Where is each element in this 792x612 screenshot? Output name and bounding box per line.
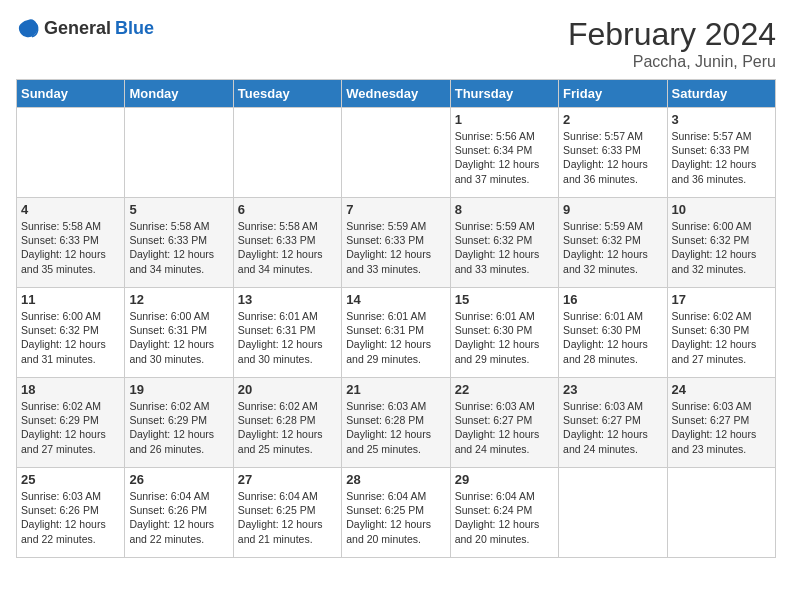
day-number: 4 (21, 202, 120, 217)
calendar-cell: 2Sunrise: 5:57 AM Sunset: 6:33 PM Daylig… (559, 108, 667, 198)
day-info: Sunrise: 6:00 AM Sunset: 6:31 PM Dayligh… (129, 309, 228, 366)
column-header-wednesday: Wednesday (342, 80, 450, 108)
day-number: 28 (346, 472, 445, 487)
calendar-cell: 17Sunrise: 6:02 AM Sunset: 6:30 PM Dayli… (667, 288, 775, 378)
day-number: 10 (672, 202, 771, 217)
calendar-cell: 19Sunrise: 6:02 AM Sunset: 6:29 PM Dayli… (125, 378, 233, 468)
day-info: Sunrise: 6:02 AM Sunset: 6:28 PM Dayligh… (238, 399, 337, 456)
day-info: Sunrise: 6:04 AM Sunset: 6:25 PM Dayligh… (238, 489, 337, 546)
day-info: Sunrise: 6:03 AM Sunset: 6:28 PM Dayligh… (346, 399, 445, 456)
calendar-header-row: SundayMondayTuesdayWednesdayThursdayFrid… (17, 80, 776, 108)
day-number: 14 (346, 292, 445, 307)
calendar-cell: 5Sunrise: 5:58 AM Sunset: 6:33 PM Daylig… (125, 198, 233, 288)
calendar-cell: 22Sunrise: 6:03 AM Sunset: 6:27 PM Dayli… (450, 378, 558, 468)
column-header-saturday: Saturday (667, 80, 775, 108)
day-info: Sunrise: 6:00 AM Sunset: 6:32 PM Dayligh… (672, 219, 771, 276)
column-header-tuesday: Tuesday (233, 80, 341, 108)
logo: General Blue (16, 16, 154, 40)
day-info: Sunrise: 6:03 AM Sunset: 6:27 PM Dayligh… (672, 399, 771, 456)
calendar-cell: 12Sunrise: 6:00 AM Sunset: 6:31 PM Dayli… (125, 288, 233, 378)
day-number: 15 (455, 292, 554, 307)
calendar-cell: 15Sunrise: 6:01 AM Sunset: 6:30 PM Dayli… (450, 288, 558, 378)
day-info: Sunrise: 6:01 AM Sunset: 6:31 PM Dayligh… (238, 309, 337, 366)
day-number: 22 (455, 382, 554, 397)
main-title: February 2024 (568, 16, 776, 53)
day-info: Sunrise: 6:04 AM Sunset: 6:25 PM Dayligh… (346, 489, 445, 546)
calendar-cell: 21Sunrise: 6:03 AM Sunset: 6:28 PM Dayli… (342, 378, 450, 468)
calendar-cell: 14Sunrise: 6:01 AM Sunset: 6:31 PM Dayli… (342, 288, 450, 378)
calendar-cell: 18Sunrise: 6:02 AM Sunset: 6:29 PM Dayli… (17, 378, 125, 468)
calendar-cell: 29Sunrise: 6:04 AM Sunset: 6:24 PM Dayli… (450, 468, 558, 558)
day-number: 19 (129, 382, 228, 397)
day-info: Sunrise: 6:01 AM Sunset: 6:30 PM Dayligh… (563, 309, 662, 366)
calendar-cell: 25Sunrise: 6:03 AM Sunset: 6:26 PM Dayli… (17, 468, 125, 558)
day-info: Sunrise: 5:58 AM Sunset: 6:33 PM Dayligh… (21, 219, 120, 276)
day-number: 12 (129, 292, 228, 307)
day-number: 20 (238, 382, 337, 397)
calendar-cell: 4Sunrise: 5:58 AM Sunset: 6:33 PM Daylig… (17, 198, 125, 288)
header: General Blue February 2024 Paccha, Junin… (16, 16, 776, 71)
calendar-cell: 27Sunrise: 6:04 AM Sunset: 6:25 PM Dayli… (233, 468, 341, 558)
calendar-cell (233, 108, 341, 198)
calendar-cell: 6Sunrise: 5:58 AM Sunset: 6:33 PM Daylig… (233, 198, 341, 288)
day-info: Sunrise: 5:56 AM Sunset: 6:34 PM Dayligh… (455, 129, 554, 186)
calendar-cell (559, 468, 667, 558)
day-info: Sunrise: 6:03 AM Sunset: 6:27 PM Dayligh… (455, 399, 554, 456)
day-number: 23 (563, 382, 662, 397)
sub-title: Paccha, Junin, Peru (568, 53, 776, 71)
day-info: Sunrise: 6:00 AM Sunset: 6:32 PM Dayligh… (21, 309, 120, 366)
day-info: Sunrise: 6:02 AM Sunset: 6:30 PM Dayligh… (672, 309, 771, 366)
day-number: 7 (346, 202, 445, 217)
day-number: 5 (129, 202, 228, 217)
day-info: Sunrise: 6:01 AM Sunset: 6:31 PM Dayligh… (346, 309, 445, 366)
day-info: Sunrise: 6:01 AM Sunset: 6:30 PM Dayligh… (455, 309, 554, 366)
day-number: 29 (455, 472, 554, 487)
calendar-table: SundayMondayTuesdayWednesdayThursdayFrid… (16, 79, 776, 558)
calendar-week-row: 4Sunrise: 5:58 AM Sunset: 6:33 PM Daylig… (17, 198, 776, 288)
column-header-thursday: Thursday (450, 80, 558, 108)
calendar-week-row: 11Sunrise: 6:00 AM Sunset: 6:32 PM Dayli… (17, 288, 776, 378)
day-number: 25 (21, 472, 120, 487)
calendar-cell: 1Sunrise: 5:56 AM Sunset: 6:34 PM Daylig… (450, 108, 558, 198)
day-number: 3 (672, 112, 771, 127)
day-number: 24 (672, 382, 771, 397)
calendar-cell: 24Sunrise: 6:03 AM Sunset: 6:27 PM Dayli… (667, 378, 775, 468)
logo-icon (16, 16, 40, 40)
column-header-friday: Friday (559, 80, 667, 108)
calendar-week-row: 18Sunrise: 6:02 AM Sunset: 6:29 PM Dayli… (17, 378, 776, 468)
day-number: 13 (238, 292, 337, 307)
logo-general-text: General (44, 18, 111, 39)
calendar-cell (125, 108, 233, 198)
day-number: 18 (21, 382, 120, 397)
calendar-cell: 3Sunrise: 5:57 AM Sunset: 6:33 PM Daylig… (667, 108, 775, 198)
calendar-cell (667, 468, 775, 558)
calendar-cell (342, 108, 450, 198)
column-header-sunday: Sunday (17, 80, 125, 108)
day-number: 16 (563, 292, 662, 307)
day-number: 8 (455, 202, 554, 217)
calendar-cell: 23Sunrise: 6:03 AM Sunset: 6:27 PM Dayli… (559, 378, 667, 468)
day-info: Sunrise: 6:03 AM Sunset: 6:26 PM Dayligh… (21, 489, 120, 546)
calendar-cell: 20Sunrise: 6:02 AM Sunset: 6:28 PM Dayli… (233, 378, 341, 468)
day-number: 26 (129, 472, 228, 487)
day-number: 9 (563, 202, 662, 217)
calendar-cell: 28Sunrise: 6:04 AM Sunset: 6:25 PM Dayli… (342, 468, 450, 558)
calendar-cell: 16Sunrise: 6:01 AM Sunset: 6:30 PM Dayli… (559, 288, 667, 378)
calendar-week-row: 1Sunrise: 5:56 AM Sunset: 6:34 PM Daylig… (17, 108, 776, 198)
logo-blue-text: Blue (115, 18, 154, 39)
calendar-cell: 26Sunrise: 6:04 AM Sunset: 6:26 PM Dayli… (125, 468, 233, 558)
day-number: 2 (563, 112, 662, 127)
calendar-week-row: 25Sunrise: 6:03 AM Sunset: 6:26 PM Dayli… (17, 468, 776, 558)
day-number: 27 (238, 472, 337, 487)
day-info: Sunrise: 5:58 AM Sunset: 6:33 PM Dayligh… (238, 219, 337, 276)
calendar-cell: 13Sunrise: 6:01 AM Sunset: 6:31 PM Dayli… (233, 288, 341, 378)
day-number: 1 (455, 112, 554, 127)
day-info: Sunrise: 5:59 AM Sunset: 6:32 PM Dayligh… (455, 219, 554, 276)
calendar-cell (17, 108, 125, 198)
calendar-cell: 9Sunrise: 5:59 AM Sunset: 6:32 PM Daylig… (559, 198, 667, 288)
day-number: 21 (346, 382, 445, 397)
day-info: Sunrise: 5:59 AM Sunset: 6:33 PM Dayligh… (346, 219, 445, 276)
day-info: Sunrise: 5:57 AM Sunset: 6:33 PM Dayligh… (672, 129, 771, 186)
title-area: February 2024 Paccha, Junin, Peru (568, 16, 776, 71)
day-number: 11 (21, 292, 120, 307)
